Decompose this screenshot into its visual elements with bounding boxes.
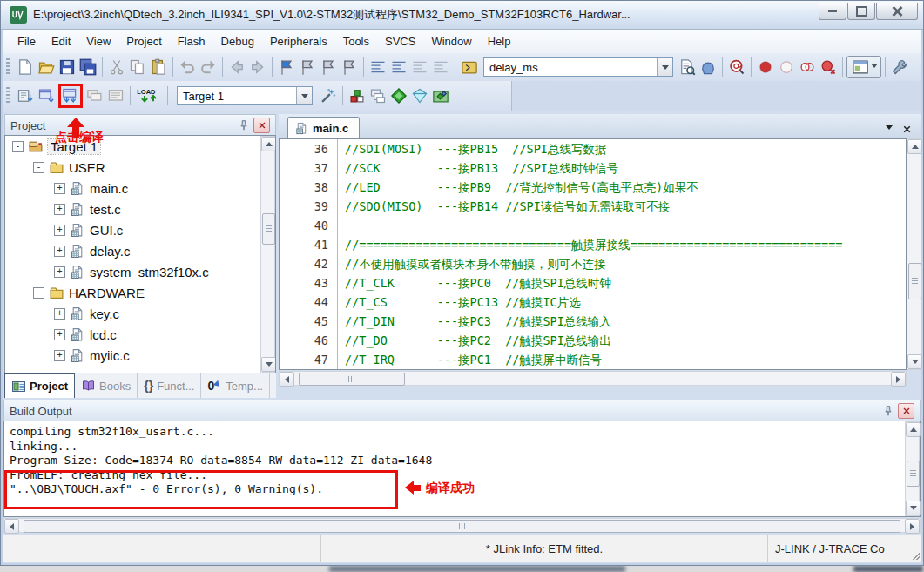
tree-item-main-c[interactable]: + main.c xyxy=(5,178,275,199)
tab-functions[interactable]: {} Funct... xyxy=(138,373,201,398)
manage-run-time-environment-icon[interactable] xyxy=(389,86,408,105)
tree-item-target-1[interactable]: - Target 1 xyxy=(5,136,275,157)
scroll-down-button[interactable] xyxy=(906,501,921,515)
menu-file[interactable]: File xyxy=(10,31,44,51)
bookmark-next-icon[interactable] xyxy=(319,57,338,77)
download-flash-icon[interactable]: LOAD xyxy=(135,86,163,105)
target-combo[interactable]: Target 1 xyxy=(177,86,313,105)
configure-tools-icon[interactable] xyxy=(890,57,909,77)
close-document-icon[interactable] xyxy=(901,124,913,135)
bookmark-toggle-icon[interactable] xyxy=(277,57,296,77)
comment-selection-icon[interactable] xyxy=(410,57,429,77)
project-tree-scrollbar[interactable] xyxy=(260,136,275,373)
build-output-horizontal-scrollbar[interactable] xyxy=(3,518,921,533)
copy-icon[interactable] xyxy=(128,57,147,77)
menu-flash[interactable]: Flash xyxy=(170,31,213,51)
expand-icon[interactable]: + xyxy=(54,246,65,257)
tree-item-myiic-c[interactable]: + myiic.c xyxy=(5,345,275,366)
scroll-down-button[interactable] xyxy=(261,357,276,372)
tab-templates[interactable]: 0 Temp... xyxy=(201,373,269,398)
enable-breakpoint-icon[interactable] xyxy=(777,57,796,77)
tab-main-c[interactable]: main.c xyxy=(287,117,360,138)
collapse-icon[interactable]: - xyxy=(12,141,24,152)
rebuild-all-icon[interactable] xyxy=(62,87,79,104)
find-in-files-icon[interactable] xyxy=(727,57,746,77)
select-software-packs-icon[interactable] xyxy=(410,86,429,105)
tree-item-delay-c[interactable]: + delay.c xyxy=(5,240,275,261)
translate-file-icon[interactable] xyxy=(16,86,35,105)
tab-project[interactable]: Project xyxy=(4,373,75,398)
uncomment-selection-icon[interactable] xyxy=(431,57,450,77)
toolbar-grip[interactable] xyxy=(6,58,10,76)
scroll-thumb[interactable] xyxy=(907,461,920,487)
save-all-icon[interactable] xyxy=(78,57,98,77)
scroll-up-button[interactable] xyxy=(907,139,922,154)
resize-grip[interactable] xyxy=(907,535,921,562)
build-icon[interactable] xyxy=(37,86,56,105)
minimize-button[interactable] xyxy=(819,3,846,20)
tree-item-lcd-c[interactable]: + lcd.c xyxy=(5,324,275,345)
undo-icon[interactable] xyxy=(178,57,197,77)
collapse-icon[interactable]: - xyxy=(33,162,44,173)
navigate-back-icon[interactable] xyxy=(227,57,246,77)
menu-view[interactable]: View xyxy=(78,31,118,51)
scroll-right-button[interactable] xyxy=(891,372,906,387)
open-file-icon[interactable] xyxy=(37,57,56,77)
tree-item-gui-c[interactable]: + GUI.c xyxy=(5,219,275,240)
scroll-left-button[interactable] xyxy=(280,372,294,387)
show-current-function-icon[interactable] xyxy=(460,57,479,77)
close-button[interactable] xyxy=(876,3,918,20)
toolbar-grip[interactable] xyxy=(6,87,10,104)
scroll-thumb[interactable] xyxy=(262,213,275,245)
tree-item-hardware[interactable]: - HARDWARE xyxy=(5,282,275,303)
menu-svcs[interactable]: SVCS xyxy=(377,31,423,51)
pack-installer-icon[interactable] xyxy=(431,86,450,105)
combo-dropdown-button[interactable] xyxy=(657,58,672,76)
new-file-icon[interactable] xyxy=(16,57,35,77)
scroll-thumb[interactable] xyxy=(908,263,921,299)
menu-debug[interactable]: Debug xyxy=(213,31,262,51)
indent-right-icon[interactable] xyxy=(389,57,408,77)
batch-build-icon[interactable] xyxy=(85,86,105,105)
pin-panel-button[interactable] xyxy=(236,118,251,132)
scroll-thumb[interactable] xyxy=(24,520,900,533)
build-output-vertical-scrollbar[interactable] xyxy=(905,421,920,516)
expand-icon[interactable]: + xyxy=(54,308,65,320)
manage-project-items-icon[interactable] xyxy=(347,86,367,105)
window-layout-button[interactable] xyxy=(846,56,881,78)
scroll-right-button[interactable] xyxy=(905,519,920,534)
save-icon[interactable] xyxy=(57,57,77,77)
tab-list-dropdown-icon[interactable] xyxy=(886,125,893,133)
disable-all-breakpoints-icon[interactable] xyxy=(798,57,817,77)
file-extensions-icon[interactable] xyxy=(368,86,388,105)
kill-all-breakpoints-icon[interactable] xyxy=(819,57,838,77)
expand-icon[interactable]: + xyxy=(54,183,65,194)
code-view[interactable]: 36//SDI(MOSI) ---接PB15 //SPI总线写数据 37//SC… xyxy=(279,138,907,370)
expand-icon[interactable]: + xyxy=(54,225,65,236)
expand-icon[interactable]: + xyxy=(54,329,65,340)
tree-item-test-c[interactable]: + test.c xyxy=(5,199,275,219)
title-bar[interactable]: E:\project\3.2inch\QDtech_3.2inch_ILI934… xyxy=(1,1,923,30)
expand-icon[interactable]: + xyxy=(54,350,65,361)
scroll-left-button[interactable] xyxy=(4,519,19,534)
scroll-down-button[interactable] xyxy=(907,354,922,369)
menu-tools[interactable]: Tools xyxy=(335,31,377,51)
lint-document-icon[interactable] xyxy=(678,57,697,77)
scroll-up-button[interactable] xyxy=(261,137,276,151)
combo-dropdown-button[interactable] xyxy=(296,87,312,104)
menu-project[interactable]: Project xyxy=(118,31,169,51)
close-panel-button[interactable] xyxy=(898,403,914,419)
editor-horizontal-scrollbar[interactable] xyxy=(279,371,907,386)
menu-window[interactable]: Window xyxy=(423,31,479,51)
expand-icon[interactable]: + xyxy=(54,204,65,215)
pin-panel-button[interactable] xyxy=(880,404,895,418)
collapse-icon[interactable]: - xyxy=(33,287,44,299)
indent-left-icon[interactable] xyxy=(368,57,388,77)
bookmark-prev-icon[interactable] xyxy=(298,57,317,77)
menu-peripherals[interactable]: Peripherals xyxy=(262,31,335,51)
insert-breakpoint-icon[interactable] xyxy=(756,57,775,77)
tree-item-key-c[interactable]: + key.c xyxy=(5,303,275,324)
cut-icon[interactable] xyxy=(107,57,126,77)
menu-edit[interactable]: Edit xyxy=(44,31,78,51)
tab-books[interactable]: Books xyxy=(75,373,138,398)
